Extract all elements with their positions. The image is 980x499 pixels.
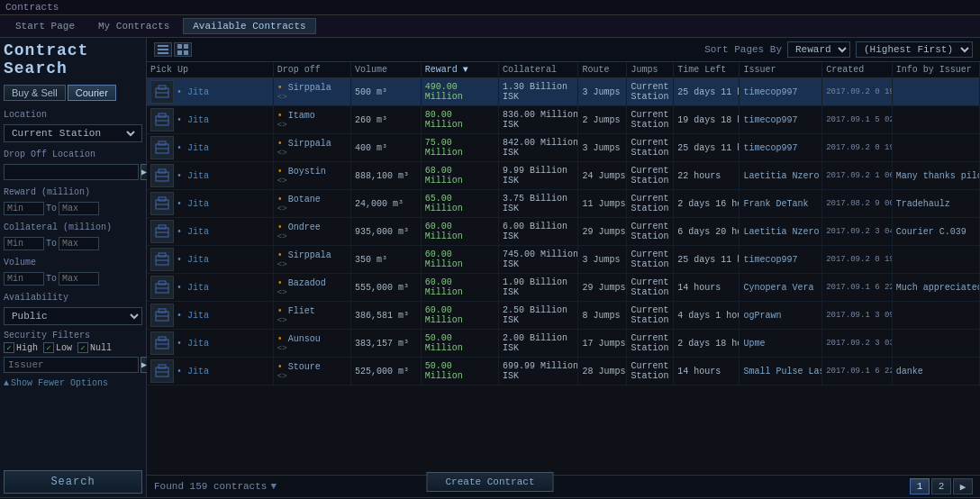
col-header-timeleft[interactable]: Time Left [674,62,740,78]
table-row[interactable]: • Jita • Fliet <> 386,581 m³ 60.00 Milli… [147,302,980,330]
reward-max-input[interactable] [59,202,99,215]
table-row[interactable]: • Jita • Botane <> 24,000 m³ 65.00 Milli… [147,190,980,218]
dropoff-cell: • Sirppala <> [273,78,350,106]
time-cell: 6 days 20 hours [674,218,740,246]
table-row[interactable]: • Jita • Itamo <> 260 m³ 80.00 Million 8… [147,106,980,134]
reward-cell: 68.00 Million [421,162,498,190]
search-button[interactable]: Search [4,470,142,494]
content-header: Sort Pages By Reward (Highest First) [147,38,980,62]
sec-null-item: ✓ Null [77,342,112,353]
col-header-issuer[interactable]: Issuer [740,62,822,78]
col-header-collateral[interactable]: Collateral [498,62,577,78]
issuer-cell: timecop997 [740,78,822,106]
volume-cell: 350 m³ [351,246,422,274]
reward-to-label: To [46,204,57,213]
created-cell: 2017.09.2 0 19:57 [822,78,893,106]
timeleft-cell: CurrentStation [627,134,674,162]
volume-min-input[interactable] [4,272,44,286]
col-header-jumps[interactable]: Jumps [627,62,674,78]
table-row[interactable]: • Jita • Stoure <> 525,000 m³ 50.00 Mill… [147,358,980,386]
time-cell: 25 days 11 hours [674,246,740,274]
table-row[interactable]: • Jita • Boystin <> 888,100 m³ 68.00 Mil… [147,162,980,190]
issuer-input[interactable] [4,357,139,373]
sort-by-select[interactable]: Reward [787,41,850,58]
col-header-pickup[interactable]: Pick Up [147,62,273,78]
created-cell: 2017.09.1 6 22:31 [822,358,893,386]
location-select[interactable]: Current Station [4,124,142,142]
page-1-button[interactable]: 1 [910,478,930,494]
sidebar-title: Contract Search [4,41,142,77]
info-cell [892,134,979,162]
created-cell: 2017.08.2 9 00:57 [822,190,893,218]
timeleft-cell: CurrentStation [627,274,674,302]
table-row[interactable]: • Jita • Bazadod <> 555,000 m³ 60.00 Mil… [147,274,980,302]
time-cell: 25 days 11 hours [674,78,740,106]
list-view-button[interactable] [154,42,172,57]
table-row[interactable]: • Jita • Sirppala <> 400 m³ 75.00 Millio… [147,134,980,162]
table-row[interactable]: • Jita • Ondree <> 935,000 m³ 60.00 Mill… [147,218,980,246]
contract-icon [150,276,174,299]
nav-tabs: Start Page My Contracts Available Contra… [0,15,980,38]
collateral-cell: 2.00 Billion ISK [498,330,577,358]
sidebar: Contract Search Buy & Sell Courier Locat… [0,38,147,497]
pickup-cell: • Jita [147,134,273,162]
col-header-info[interactable]: Info by Issuer [892,62,979,78]
page-2-button[interactable]: 2 [931,478,951,494]
table-header: Pick Up Drop off Volume Reward ▼ Collate… [147,62,980,78]
courier-button[interactable]: Courier [68,85,116,101]
show-fewer-options[interactable]: ▲ Show Fewer Options [4,378,142,388]
created-cell: 2017.09.1 6 22:39 [822,274,893,302]
created-cell: 2017.09.2 3 03:01 [822,330,893,358]
page-next-button[interactable]: ▶ [953,478,973,494]
grid-view-button[interactable] [174,42,192,57]
route-cell: 8 Jumps [578,302,627,330]
drop-location-row: ▶ [4,164,142,180]
tab-start-page[interactable]: Start Page [5,18,85,34]
tab-available-contracts[interactable]: Available Contracts [183,18,315,34]
volume-cell: 500 m³ [351,78,422,106]
availability-select[interactable]: Public [4,307,142,325]
volume-cell: 935,000 m³ [351,218,422,246]
info-cell [892,106,979,134]
sec-null-checkbox[interactable]: ✓ [77,342,88,353]
volume-max-input[interactable] [59,272,99,286]
location-label: Location [4,110,142,120]
route-cell: 28 Jumps [578,358,627,386]
timeleft-cell: CurrentStation [627,330,674,358]
reward-cell: 80.00 Million [421,106,498,134]
route-cell: 3 Jumps [578,134,627,162]
pickup-cell: • Jita [147,302,273,330]
reward-min-input[interactable] [4,202,44,215]
pickup-cell: • Jita [147,274,273,302]
col-header-reward[interactable]: Reward ▼ [421,62,498,78]
info-cell [892,302,979,330]
col-header-volume[interactable]: Volume [351,62,422,78]
col-header-created[interactable]: Created [822,62,893,78]
location-dropdown[interactable]: Current Station [8,127,138,140]
buy-sell-button[interactable]: Buy & Sell [4,85,66,101]
origin-text: • Jita [177,227,209,237]
col-header-dropoff[interactable]: Drop off [273,62,350,78]
time-cell: 22 hours [674,162,740,190]
reward-cell: 65.00 Million [421,190,498,218]
volume-cell: 260 m³ [351,106,422,134]
create-contract-button[interactable]: Create Contract [426,472,553,492]
col-header-route[interactable]: Route [578,62,627,78]
table-row[interactable]: • Jita • Sirppala <> 350 m³ 60.00 Millio… [147,246,980,274]
drop-location-input[interactable] [4,164,139,180]
reward-cell: 50.00 Million [421,358,498,386]
collateral-min-input[interactable] [4,237,44,250]
sec-low-checkbox[interactable]: ✓ [43,342,54,353]
tab-my-contracts[interactable]: My Contracts [88,18,179,34]
table-row[interactable]: • Jita • Sirppala <> 500 m³ 490.00 Milli… [147,78,980,106]
volume-to-label: To [46,274,57,284]
contract-icon [150,248,174,271]
sec-high-checkbox[interactable]: ✓ [4,342,14,353]
table-row[interactable]: • Jita • Aunsou <> 383,157 m³ 50.00 Mill… [147,330,980,358]
collateral-max-input[interactable] [59,237,99,250]
volume-cell: 400 m³ [351,134,422,162]
route-cell: 17 Jumps [578,330,627,358]
svg-rect-2 [158,52,168,54]
sort-order-select[interactable]: (Highest First) [856,41,973,58]
collateral-cell: 836.00 Million ISK [498,106,577,134]
